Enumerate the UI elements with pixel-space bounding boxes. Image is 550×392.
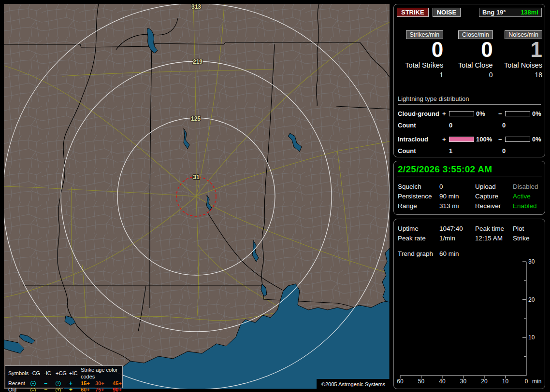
- lightning-map: 313 219 125 31 Symbols -CG -IC +CG +IC S…: [4, 4, 390, 389]
- total-noises-value: 18: [535, 71, 542, 79]
- ring-label-31: 31: [193, 174, 200, 181]
- old-neg-cg-icon: −: [30, 388, 44, 392]
- cloud-ground-row: Cloud-ground + 0% − 0%: [398, 108, 541, 119]
- old-neg-ic-icon: −: [44, 387, 56, 392]
- intracloud-count-row: Count 1 0: [398, 145, 541, 156]
- distance-value: 138mi: [521, 9, 538, 16]
- ic-plus-percent: 100%: [476, 136, 498, 143]
- ic-plus-count: 1: [449, 147, 502, 154]
- plus-sign: +: [442, 110, 449, 117]
- age-30: 30+: [95, 380, 113, 387]
- ring-label-125: 125: [191, 115, 201, 122]
- cg-minus-bar: [505, 111, 530, 116]
- x-tick-40: 40: [439, 378, 446, 385]
- cloud-ground-label: Cloud-ground: [398, 110, 442, 117]
- receiver-status: Enabled: [513, 202, 541, 210]
- persistence-label: Persistence: [398, 193, 439, 200]
- age-75: 75+: [95, 387, 113, 392]
- age-45: 45+: [113, 380, 127, 387]
- capture-label: Capture: [475, 193, 513, 200]
- cloud-ground-count-row: Count 0 0: [398, 119, 541, 131]
- legend-old-row: Old − − + + 60+ 75+ 90+: [8, 387, 119, 392]
- legend-symbols-header: Symbols: [8, 370, 30, 377]
- squelch-value: 0: [439, 183, 475, 190]
- bearing-distance-readout: Bng 19° 138mi: [479, 8, 542, 17]
- age-15: 15+: [81, 380, 95, 387]
- cg-plus-bar: [449, 111, 474, 116]
- x-axis-unit: min: [532, 378, 541, 385]
- count-label: Count: [398, 147, 449, 154]
- recent-neg-ic-icon: −: [44, 380, 56, 387]
- total-close-value: 0: [489, 71, 493, 79]
- lightning-type-distribution: Lightning type distribution Cloud-ground…: [394, 95, 545, 156]
- squelch-label: Squelch: [398, 183, 439, 190]
- upload-status: Disabled: [513, 183, 541, 190]
- legend-old-label: Old: [8, 387, 30, 392]
- bearing-value: Bng 19°: [482, 9, 506, 16]
- noise-mode-button[interactable]: NOISE: [433, 8, 461, 17]
- plot-mode-value: Strike: [513, 235, 541, 242]
- map-legend: Symbols -CG -IC +CG +IC Strike age color…: [5, 365, 123, 388]
- legend-neg-ic-header: -IC: [44, 370, 56, 377]
- range-value: 313 mi: [439, 202, 475, 210]
- x-tick-50: 50: [418, 378, 425, 385]
- y-tick-20: 20: [528, 296, 535, 303]
- close-per-min-value: 0: [481, 40, 492, 59]
- receiver-label: Receiver: [475, 202, 513, 210]
- legend-pos-ic-header: +IC: [69, 370, 81, 377]
- cg-plus-percent: 0%: [476, 110, 498, 117]
- cg-minus-count: 0: [502, 122, 541, 129]
- strike-mode-button[interactable]: STRIKE: [397, 8, 429, 17]
- legend-pos-cg-header: +CG: [56, 370, 69, 377]
- stormvue-app: { "colors": { "accent_green": "#00e800",…: [0, 0, 550, 392]
- datetime-display: 2/25/2026 3:55:02 AM: [394, 161, 545, 177]
- recent-pos-cg-icon: +: [56, 381, 69, 386]
- ring-label-219: 219: [193, 58, 203, 65]
- peak-rate-label: Peak rate: [398, 235, 439, 242]
- copyright-notice: ©2005 Astrogenic Systems: [317, 379, 390, 389]
- status-panel: 2/25/2026 3:55:02 AM Squelch 0 Upload Di…: [393, 161, 545, 215]
- recent-pos-ic-icon: +: [69, 380, 81, 387]
- minus-sign: −: [498, 110, 505, 117]
- cg-minus-percent: 0%: [532, 110, 541, 117]
- noises-counter: Noises/min 1 Total Noises 18: [493, 30, 542, 79]
- legend-recent-label: Recent: [8, 380, 30, 387]
- strikes-counter: Strikes/min 0 Total Strikes 1: [394, 30, 443, 79]
- uptime-label: Uptime: [398, 225, 439, 232]
- peak-rate-value: 1/min: [439, 235, 475, 242]
- total-strikes-label: Total Strikes: [405, 61, 443, 69]
- noises-per-min-value: 1: [531, 40, 542, 59]
- plot-label: Plot: [513, 225, 541, 232]
- capture-status: Active: [513, 193, 541, 200]
- upload-label: Upload: [475, 183, 513, 190]
- minus-sign: −: [498, 136, 505, 143]
- cg-plus-count: 0: [449, 122, 502, 129]
- age-60: 60+: [81, 387, 95, 392]
- trend-graph-label: Trend graph: [398, 250, 439, 257]
- total-close-label: Total Close: [458, 61, 493, 69]
- old-pos-ic-icon: +: [69, 387, 81, 392]
- x-tick-30: 30: [460, 378, 467, 385]
- persistence-value: 90 min: [439, 193, 475, 200]
- ic-minus-bar: [505, 137, 530, 142]
- total-noises-label: Total Noises: [504, 61, 542, 69]
- distribution-title: Lightning type distribution: [398, 95, 541, 105]
- uptime-row: Uptime 1047:40 Peak time Plot: [398, 224, 541, 233]
- peak-time-value: 12:15 AM: [475, 235, 513, 242]
- count-label: Count: [398, 122, 449, 129]
- recent-neg-cg-icon: −: [30, 381, 44, 386]
- counters-panel: STRIKE NOISE Bng 19° 138mi Strikes/min 0…: [393, 4, 545, 157]
- x-tick-0: 0: [525, 378, 528, 385]
- ic-minus-percent: 0%: [532, 136, 541, 143]
- intracloud-row: Intracloud + 100% − 0%: [398, 134, 541, 145]
- plus-sign: +: [442, 136, 449, 143]
- strike-trend-chart: 30 20 10 60 50 40 30 20 10 0 min: [396, 257, 544, 386]
- age-90: 90+: [113, 387, 127, 392]
- mode-toggle-row: STRIKE NOISE Bng 19° 138mi: [394, 4, 545, 17]
- ring-label-313: 313: [191, 4, 201, 10]
- peak-rate-row: Peak rate 1/min 12:15 AM Strike: [398, 233, 541, 243]
- legend-age-header: Strike age color codes: [81, 367, 127, 380]
- map-canvas: 313 219 125 31: [4, 4, 390, 389]
- x-tick-60: 60: [397, 378, 404, 385]
- uptime-value: 1047:40: [439, 225, 475, 232]
